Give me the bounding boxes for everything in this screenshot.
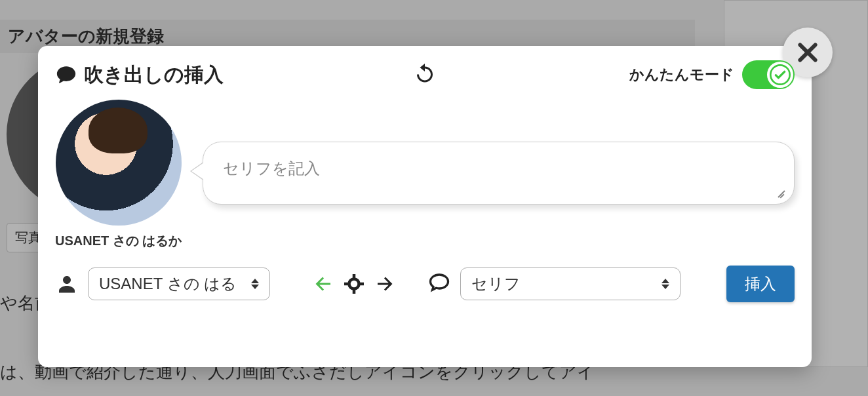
speech-bubble-icon (55, 64, 77, 86)
avatar-select[interactable]: USANET さの はる (88, 267, 270, 300)
resize-handle[interactable] (776, 188, 785, 197)
svg-point-1 (349, 279, 359, 289)
avatar-select-value: USANET さの はる (99, 273, 237, 294)
avatar-name-label: USANET さの はるか (55, 232, 182, 250)
insert-button[interactable]: 挿入 (726, 266, 795, 302)
speech-bubble-modal: 吹き出しの挿入 かんたんモード USANET さの はるか (38, 46, 812, 367)
arrow-left-button[interactable] (311, 272, 334, 296)
select-arrows-icon (251, 279, 259, 289)
modal-title: 吹き出しの挿入 (84, 62, 224, 89)
bubble-type-select[interactable]: セリフ (460, 267, 681, 300)
easy-mode-label: かんたんモード (629, 65, 734, 85)
bubble-type-value: セリフ (471, 273, 521, 294)
undo-icon[interactable] (413, 62, 437, 85)
speech-input[interactable] (223, 158, 774, 176)
speech-bubble-outline-icon[interactable] (427, 271, 451, 294)
select-arrows-icon (661, 279, 669, 289)
speech-bubble (203, 142, 795, 205)
target-center-button[interactable] (342, 272, 366, 296)
person-icon (55, 272, 79, 296)
close-icon (795, 39, 821, 66)
avatar (56, 100, 182, 226)
check-icon (770, 64, 791, 85)
arrow-right-button[interactable] (374, 272, 397, 296)
easy-mode-toggle[interactable] (742, 60, 795, 89)
